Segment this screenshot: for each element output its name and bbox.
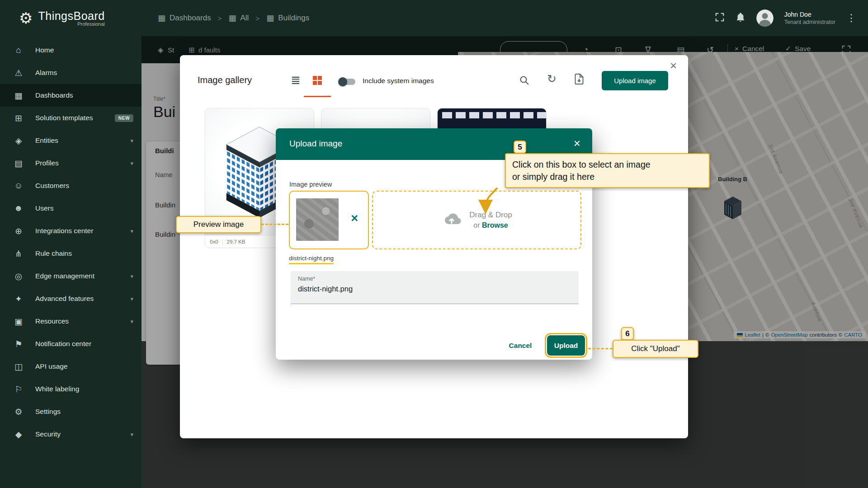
customers-icon: ☺ (14, 181, 24, 191)
sidebar-item-label: White labeling (35, 385, 79, 393)
name-input[interactable] (298, 285, 569, 293)
grid-view-icon[interactable] (313, 76, 322, 85)
include-system-images-toggle[interactable] (339, 79, 355, 85)
fullscreen-icon[interactable] (715, 12, 725, 24)
image-resolution: 0x0 (210, 239, 218, 244)
annotation-connector-line (588, 348, 613, 349)
settings-gear-icon: ⚙ (14, 407, 24, 417)
annotation-step-5-callout: Click on this box to select an image or … (505, 153, 710, 188)
upload-confirm-button[interactable]: Upload (547, 335, 585, 356)
sidebar-item-home[interactable]: ⌂Home (0, 39, 142, 61)
include-system-images-label: Include system images (363, 77, 434, 85)
active-view-underline (304, 96, 331, 97)
upload-close-icon[interactable]: × (574, 137, 580, 149)
annotation-text-line: or simply drag it here (512, 171, 703, 183)
advanced-features-icon: ✦ (14, 294, 24, 304)
chevron-down-icon: ▾ (130, 137, 133, 144)
sidebar-item-label: Notification center (35, 340, 91, 348)
edge-management-icon: ◎ (14, 271, 24, 282)
profiles-icon: ▤ (14, 158, 24, 169)
buildings-breadcrumb-icon: ▦ (266, 13, 274, 23)
sidebar-item-label: Solution templates (35, 114, 93, 122)
dashboards-breadcrumb-icon: ▦ (158, 13, 165, 23)
api-usage-icon: ◫ (14, 361, 24, 372)
chevron-down-icon: ▾ (130, 273, 133, 280)
sidebar-item-users[interactable]: ☻Users (0, 197, 142, 220)
sidebar-item-white-labeling[interactable]: ⚐White labeling (0, 378, 142, 400)
dashboards-icon: ▦ (14, 90, 24, 101)
sidebar-item-label: Rule chains (35, 249, 72, 258)
solution-templates-icon: ⊞ (14, 113, 24, 123)
avatar[interactable] (756, 9, 774, 27)
or-text: or (473, 221, 480, 229)
sidebar-item-label: Integrations center (35, 227, 93, 235)
chevron-down-icon: ▾ (130, 296, 133, 302)
image-size: 29.7 KB (227, 239, 245, 244)
gallery-title: Image gallery (198, 75, 252, 85)
app-logo[interactable]: ⚙ ThingsBoard Professional (0, 9, 142, 27)
chevron-down-icon: ▾ (130, 160, 133, 167)
sidebar-item-api-usage[interactable]: ◫API usage (0, 355, 142, 378)
clear-preview-icon[interactable]: × (351, 212, 358, 225)
sidebar-item-customers[interactable]: ☺Customers (0, 174, 142, 197)
sidebar-item-label: Entities (35, 136, 58, 145)
import-file-icon[interactable] (574, 73, 584, 87)
sidebar-item-label: API usage (35, 362, 68, 371)
entities-icon: ◈ (14, 136, 24, 146)
browse-link[interactable]: Browse (482, 221, 508, 229)
sidebar-item-label: Alarms (35, 69, 57, 77)
upload-dialog-title: Upload image (289, 139, 342, 149)
annotation-curved-arrow (466, 184, 506, 216)
breadcrumb-all[interactable]: All (240, 14, 249, 23)
sidebar-item-integrations-center[interactable]: ⊕Integrations center▾ (0, 220, 142, 242)
preview-thumbnail (296, 198, 339, 241)
search-icon[interactable] (519, 75, 530, 88)
sidebar-item-rule-chains[interactable]: ⋔Rule chains (0, 242, 142, 265)
sidebar-item-profiles[interactable]: ▤Profiles▾ (0, 152, 142, 174)
annotation-step-6-callout: Click "Upload" (613, 340, 698, 358)
refresh-icon[interactable]: ↻ (547, 72, 557, 85)
sidebar-item-label: Security (35, 430, 61, 438)
sidebar-item-advanced-features[interactable]: ✦Advanced features▾ (0, 287, 142, 310)
user-name: John Doe (784, 10, 835, 19)
sidebar-item-label: Dashboards (35, 91, 73, 99)
sidebar-item-label: Home (35, 46, 54, 54)
gallery-upload-image-button[interactable]: Upload image (602, 71, 668, 90)
users-icon: ☻ (14, 203, 24, 213)
security-icon: ◆ (14, 429, 24, 440)
sidebar-item-settings[interactable]: ⚙Settings (0, 400, 142, 423)
sidebar-item-security[interactable]: ◆Security▾ (0, 423, 142, 446)
more-options-kebab-icon[interactable]: ⋮ (846, 12, 856, 24)
top-bar: ⚙ ThingsBoard Professional ▦ Dashboards … (0, 0, 868, 36)
chevron-down-icon: ▾ (130, 228, 133, 235)
name-field-label: Name* (298, 276, 315, 282)
sidebar-item-label: Profiles (35, 159, 59, 167)
gallery-close-icon[interactable]: × (670, 60, 677, 71)
toggle-knob (338, 77, 347, 86)
sidebar-item-label: Users (35, 204, 53, 212)
annotation-preview-image: Preview image (176, 216, 261, 233)
resources-icon: ▣ (14, 316, 24, 327)
sidebar-item-dashboards[interactable]: ▦Dashboards (0, 84, 142, 107)
chevron-down-icon: ▾ (130, 431, 133, 438)
logo-subtitle: Professional (77, 21, 105, 27)
upload-cancel-button[interactable]: Cancel (505, 336, 536, 356)
sidebar: ⌂Home ⚠Alarms ▦Dashboards ⊞Solution temp… (0, 36, 142, 488)
sidebar-item-entities[interactable]: ◈Entities▾ (0, 129, 142, 152)
annotation-connector-line (261, 224, 288, 225)
sidebar-item-resources[interactable]: ▣Resources▾ (0, 310, 142, 333)
chevron-down-icon: ▾ (130, 318, 133, 325)
home-icon: ⌂ (14, 45, 24, 55)
breadcrumb-buildings[interactable]: Buildings (278, 14, 309, 23)
sidebar-item-label: Settings (35, 408, 61, 416)
breadcrumb-dashboards[interactable]: Dashboards (170, 14, 211, 23)
notification-center-icon: ⚑ (14, 339, 24, 349)
notifications-bell-icon[interactable] (736, 12, 745, 24)
user-role: Tenant administrator (784, 19, 835, 26)
sidebar-item-edge-management[interactable]: ◎Edge management▾ (0, 265, 142, 287)
sidebar-item-notification-center[interactable]: ⚑Notification center (0, 333, 142, 355)
list-view-icon[interactable]: ≣ (291, 73, 301, 87)
name-field[interactable]: Name* (291, 271, 579, 304)
sidebar-item-solution-templates[interactable]: ⊞Solution templatesNEW (0, 107, 142, 129)
sidebar-item-alarms[interactable]: ⚠Alarms (0, 61, 142, 84)
